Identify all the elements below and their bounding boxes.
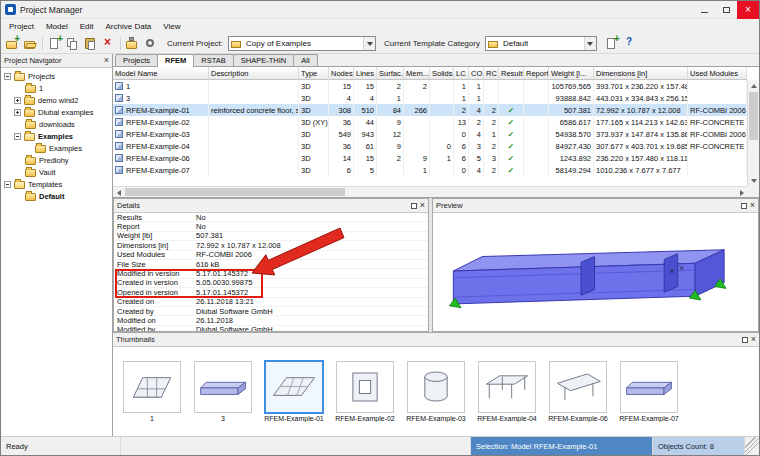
menu-item-edit[interactable]: Edit (74, 21, 100, 32)
scroll-down-icon[interactable] (748, 175, 759, 186)
close-panel-icon[interactable]: × (104, 57, 109, 64)
thumbnail-rfem-example-01[interactable]: RFEM-Example-01 (263, 361, 325, 422)
tree-item-examples-6[interactable]: Examples (1, 142, 112, 154)
settings-button[interactable] (142, 36, 159, 52)
thumbnail-rfem-example-07[interactable]: RFEM-Example-07 (618, 361, 680, 422)
current-project-combobox[interactable]: Copy of Examples (228, 36, 376, 51)
collapse-icon[interactable] (4, 73, 11, 80)
tree-item-downloads-4[interactable]: downloads (1, 118, 112, 130)
tree-item-predlohy-7[interactable]: Predlohy (1, 154, 112, 166)
titlebar[interactable]: Project Manager × (1, 1, 759, 19)
table-row-rfem-example-07[interactable]: RFEM-Example-073D651042✓58149.2941010.23… (113, 164, 747, 176)
close-panel-icon[interactable]: × (750, 202, 755, 209)
column-header-co[interactable]: CO (469, 67, 484, 80)
pin-icon[interactable] (411, 203, 417, 209)
scrollbar-thumb[interactable] (125, 188, 345, 196)
copy-icon (66, 37, 79, 50)
column-header-dimensions-in[interactable]: Dimensions [in] (594, 67, 688, 80)
expand-icon[interactable] (14, 109, 21, 116)
menu-item-archive-data[interactable]: Archive Data (100, 21, 158, 32)
column-header-used-modules[interactable]: Used Modules (688, 67, 747, 80)
thumbnail-rfem-example-02[interactable]: RFEM-Example-02 (334, 361, 396, 422)
column-header-type[interactable]: Type (299, 67, 329, 80)
tree-item-vault-8[interactable]: Vault (1, 166, 112, 178)
table-row-rfem-example-04[interactable]: RFEM-Example-043D366190632✓84927.430307.… (113, 140, 747, 152)
menu-item-view[interactable]: View (157, 21, 186, 32)
help-button[interactable] (621, 36, 638, 52)
table-row-rfem-example-02[interactable]: RFEM-Example-023D (XY)364491322✓6586.617… (113, 116, 747, 128)
column-header-weight-l[interactable]: Weight [l... (549, 67, 594, 80)
column-header-lc[interactable]: LC (454, 67, 469, 80)
new-model-button[interactable] (46, 36, 63, 52)
new-template-button[interactable] (603, 36, 620, 52)
column-header-results[interactable]: Results (499, 67, 524, 80)
close-button[interactable]: × (737, 1, 759, 19)
scroll-right-icon[interactable] (736, 187, 747, 198)
details-row-file-size: File Size616 kB (114, 260, 428, 269)
tab-shape-thin[interactable]: SHAPE-THIN (233, 54, 294, 66)
current-template-label: Current Template Category (384, 39, 480, 48)
resize-grip[interactable] (745, 437, 759, 455)
tab-rstab[interactable]: RSTAB (193, 54, 233, 66)
table-horizontal-scrollbar[interactable] (113, 186, 747, 197)
collapse-icon[interactable] (14, 133, 21, 140)
cell-type: 3D (299, 80, 329, 92)
details-row-used-modules: Used ModulesRF-COMBI 2006 (114, 251, 428, 260)
collapse-icon[interactable] (4, 181, 11, 188)
tab-projects[interactable]: Projects (115, 54, 158, 66)
cell-rc: 1 (484, 128, 499, 140)
tree-item-demo-wind2-2[interactable]: demo wind2 (1, 94, 112, 106)
column-header-lines[interactable]: Lines (354, 67, 377, 80)
thumbnail-1[interactable]: 1 (121, 361, 183, 422)
tree-item-projects-0[interactable]: Projects (1, 70, 112, 82)
open-project-button[interactable] (22, 36, 39, 52)
column-header-mem[interactable]: Mem... (404, 67, 430, 80)
tree-item-examples-5[interactable]: Examples (1, 130, 112, 142)
thumbnail-rfem-example-03[interactable]: RFEM-Example-03 (405, 361, 467, 422)
tree-item-templates-9[interactable]: Templates (1, 178, 112, 190)
pin-icon[interactable] (741, 203, 747, 209)
expand-icon[interactable] (14, 97, 21, 104)
table-row-rfem-example-01[interactable]: RFEM-Example-01reinforced concrete floor… (113, 104, 747, 116)
thumbnail-rfem-example-04[interactable]: RFEM-Example-04 (476, 361, 538, 422)
menu-item-model[interactable]: Model (40, 21, 74, 32)
dropdown-arrow-icon[interactable] (584, 37, 596, 50)
delete-button[interactable] (100, 36, 117, 52)
preview-viewport[interactable] (433, 212, 758, 331)
archive-button[interactable] (124, 36, 141, 52)
scrollbar-thumb[interactable] (749, 92, 758, 140)
close-panel-icon[interactable]: × (420, 202, 425, 209)
tree-item-default-10[interactable]: Default (1, 190, 112, 202)
column-header-solids[interactable]: Solids (430, 67, 454, 80)
tree-item-dlubal-examples-3[interactable]: Dlubal examples (1, 106, 112, 118)
column-header-model-name[interactable]: Model Name (113, 67, 209, 80)
column-header-rc[interactable]: RC (484, 67, 499, 80)
minimize-button[interactable] (693, 1, 715, 19)
table-row-3[interactable]: 33D4411193888.842443.031 x 334.843 x 256… (113, 92, 747, 104)
table-row-1[interactable]: 13D15152211105769.565393.701 x 236.220 x… (113, 80, 747, 92)
preview-panel: Preview × (432, 198, 759, 332)
tab-all[interactable]: All (293, 54, 317, 66)
column-header-nodes[interactable]: Nodes (329, 67, 354, 80)
scroll-left-icon[interactable] (113, 187, 124, 198)
pin-icon[interactable] (742, 337, 748, 343)
tree-item-1-1[interactable]: 1 (1, 82, 112, 94)
copy-button[interactable] (64, 36, 81, 52)
column-header-description[interactable]: Description (209, 67, 299, 80)
table-row-rfem-example-06[interactable]: RFEM-Example-063D1415291653✓1243.892236.… (113, 152, 747, 164)
column-header-surfac[interactable]: Surfac... (377, 67, 404, 80)
tab-rfem[interactable]: RFEM (157, 54, 194, 67)
maximize-button[interactable] (715, 1, 737, 19)
scroll-up-icon[interactable] (748, 80, 759, 91)
table-row-rfem-example-03[interactable]: RFEM-Example-033D54994312041✓54938.57037… (113, 128, 747, 140)
paste-button[interactable] (82, 36, 99, 52)
current-template-combobox[interactable]: Default (485, 36, 597, 51)
menu-item-project[interactable]: Project (3, 21, 40, 32)
thumbnail-3[interactable]: 3 (192, 361, 254, 422)
thumbnail-rfem-example-06[interactable]: RFEM-Example-06 (547, 361, 609, 422)
table-vertical-scrollbar[interactable] (747, 80, 759, 186)
new-project-button[interactable] (4, 36, 21, 52)
column-header-report[interactable]: Report (524, 67, 549, 80)
close-panel-icon[interactable]: × (751, 336, 756, 343)
dropdown-arrow-icon[interactable] (363, 37, 375, 50)
